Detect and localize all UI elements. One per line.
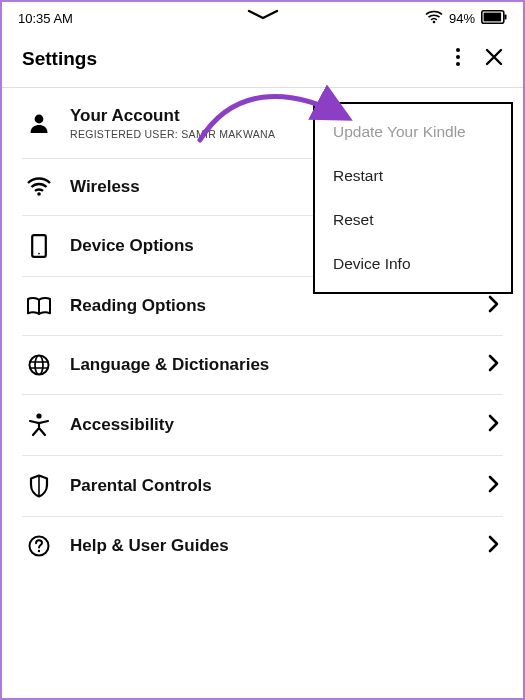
drag-handle-icon[interactable] <box>243 8 283 25</box>
battery-icon <box>481 10 507 27</box>
status-time: 10:35 AM <box>18 11 73 26</box>
svg-point-15 <box>38 550 40 552</box>
svg-point-11 <box>30 356 49 375</box>
svg-point-0 <box>433 21 436 24</box>
menu-item-restart[interactable]: Restart <box>315 154 511 198</box>
settings-item-help[interactable]: Help & User Guides <box>22 517 503 575</box>
svg-point-5 <box>456 55 460 59</box>
globe-icon <box>26 354 52 376</box>
menu-item-device-info[interactable]: Device Info <box>315 242 511 286</box>
close-icon[interactable] <box>485 48 503 70</box>
phone-icon <box>26 234 52 258</box>
accessibility-icon <box>26 413 52 437</box>
signal-icon <box>26 177 52 197</box>
settings-item-parental[interactable]: Parental Controls <box>22 456 503 517</box>
svg-point-10 <box>38 253 40 255</box>
svg-point-4 <box>456 48 460 52</box>
chevron-right-icon <box>488 295 499 317</box>
item-title: Parental Controls <box>70 476 470 496</box>
battery-percent: 94% <box>449 11 475 26</box>
user-icon <box>26 112 52 134</box>
chevron-right-icon <box>488 414 499 436</box>
kebab-menu-icon[interactable] <box>455 47 461 71</box>
header: Settings <box>2 33 523 87</box>
overflow-menu: Update Your Kindle Restart Reset Device … <box>313 102 513 294</box>
chevron-right-icon <box>488 475 499 497</box>
menu-item-reset[interactable]: Reset <box>315 198 511 242</box>
chevron-right-icon <box>488 354 499 376</box>
svg-point-7 <box>35 115 44 124</box>
svg-point-6 <box>456 62 460 66</box>
item-title: Language & Dictionaries <box>70 355 470 375</box>
settings-item-accessibility[interactable]: Accessibility <box>22 395 503 456</box>
svg-rect-3 <box>505 15 507 20</box>
menu-item-update: Update Your Kindle <box>315 110 511 154</box>
chevron-right-icon <box>488 535 499 557</box>
book-icon <box>26 296 52 316</box>
status-bar: 10:35 AM 94% <box>2 2 523 33</box>
svg-rect-2 <box>484 13 502 22</box>
item-title: Accessibility <box>70 415 470 435</box>
svg-point-12 <box>35 356 43 375</box>
wifi-icon <box>425 10 443 27</box>
page-title: Settings <box>22 48 97 70</box>
svg-point-13 <box>36 413 41 418</box>
svg-point-8 <box>37 192 41 196</box>
shield-icon <box>26 474 52 498</box>
settings-item-language[interactable]: Language & Dictionaries <box>22 336 503 395</box>
help-icon <box>26 535 52 557</box>
item-title: Reading Options <box>70 296 470 316</box>
item-title: Help & User Guides <box>70 536 470 556</box>
